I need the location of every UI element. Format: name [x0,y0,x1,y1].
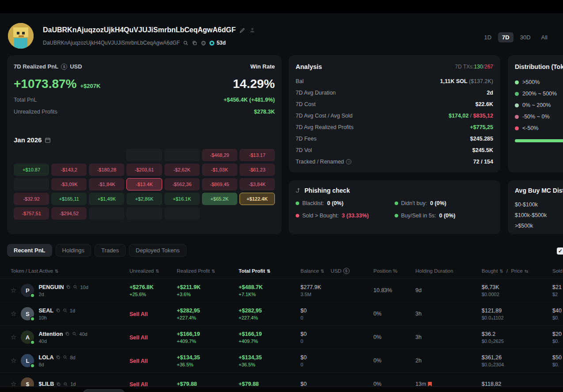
calendar-day[interactable] [126,207,162,220]
unrealized-cell: Sell All [129,333,177,341]
usd-coin-icon[interactable]: $ [343,268,350,274]
sort-icon: ⇅ [267,269,270,274]
phishing-value: 0 (0%) [327,200,343,206]
col-balance[interactable]: Balance⇅ USD$ [301,268,373,274]
calendar-day[interactable]: +$10.87 [14,164,49,176]
token-icon[interactable]: A [21,331,34,344]
tab-trades[interactable]: Trades [95,244,126,257]
calendar-day[interactable]: -$13.17 [240,149,275,161]
calendar-day[interactable]: +$16.1K [164,193,200,205]
calendar-day[interactable]: -$2,62K [164,164,200,176]
calendar-day[interactable] [164,207,200,220]
copy-icon[interactable] [56,355,61,360]
table-row[interactable]: ☆AAttention40d40dSell All+$166,19+409.7%… [0,325,563,349]
search-icon[interactable] [63,382,68,387]
time-tab-7d[interactable]: 7D [498,32,514,42]
star-icon[interactable]: ☆ [11,333,16,341]
avatar[interactable] [8,23,34,49]
copy-icon[interactable] [56,382,61,387]
token-icon[interactable]: P [21,284,34,297]
watchlist-button[interactable]: ▲Watchlist [83,389,125,392]
copy-icon[interactable] [65,331,70,336]
star-icon[interactable]: ☆ [11,310,16,318]
balance-cell: $00 [301,354,373,367]
calendar-day[interactable]: -$61.23 [240,164,275,176]
calendar-day[interactable]: -$757,51 [14,207,49,220]
calendar-day[interactable] [14,178,49,190]
token-icon[interactable]: L [21,354,34,367]
calendar-day[interactable]: +$165,11 [51,193,87,205]
copy-icon[interactable] [66,285,71,289]
token-icon[interactable]: S [21,307,34,320]
unrealized-cell: +$276.8K+25.6% [129,284,177,297]
token-name[interactable]: LOLA [38,354,53,361]
col-bought[interactable]: Bought⇅ / Price⇆ [482,268,552,274]
table-row[interactable]: ☆SSEAL1d10hSell All+$282,95+227.4%+$282,… [0,302,563,325]
token-name[interactable]: Attention [38,331,63,337]
calendar-day[interactable] [89,207,124,220]
tab-deployed-tokens[interactable]: Deployed Tokens [129,244,186,257]
analysis-row: 7D Avg Cost / Avg Sold$174,02 / $835,12 [296,110,493,122]
col-unrealized[interactable]: Unrealized⇅ [129,268,177,274]
calendar-day[interactable]: -$3,09K [51,178,87,190]
token-name[interactable]: PENGUIN [38,284,64,290]
calendar-day[interactable]: -$203,61 [126,164,162,176]
phishing-label: Sold > Bought: [302,213,339,219]
col-sold[interactable]: Sold⇅ [552,268,563,274]
search-icon[interactable] [72,331,77,336]
search-icon[interactable] [183,40,189,46]
token-name-row: PENGUIN10d [38,284,88,290]
col-position[interactable]: Position % [373,268,415,274]
time-tab-30d[interactable]: 30D [516,32,535,42]
star-icon[interactable]: ☆ [11,357,16,365]
distribution-item: 0% ~ 200% [515,99,563,111]
calendar-day[interactable]: -$143,2 [51,164,87,176]
time-tab-1d[interactable]: 1D [480,32,495,42]
search-icon[interactable] [63,308,68,313]
time-tab-all[interactable]: All [537,32,552,42]
analysis-row: 7D Fees$245.285 [296,133,493,145]
calendar-day[interactable]: -$1,84K [89,178,124,190]
calendar-day[interactable]: -$869,45 [202,178,237,190]
calendar-day[interactable]: +$2,86K [126,193,162,205]
calendar-day[interactable]: +$122.4K [240,193,275,205]
star-icon[interactable]: ☆ [11,286,16,294]
tab-recent-pnl[interactable]: Recent PnL [7,244,52,257]
calendar-day[interactable]: -$13.4K [126,178,162,190]
copy-icon[interactable] [192,40,198,46]
calendar-day[interactable]: +$1,49K [89,193,124,205]
search-icon[interactable] [73,285,78,289]
search-icon[interactable] [63,355,68,360]
globe-icon[interactable] [201,40,206,46]
calendar-day[interactable]: -$180,28 [89,164,124,176]
calendar-day[interactable] [164,149,200,161]
calendar-day[interactable] [126,149,162,161]
table-row[interactable]: ☆PPENGUIN10d2d+$276.8K+25.6%+$211.9K+3.6… [0,278,563,302]
calendar-day[interactable]: -$294,52 [51,207,87,220]
col-realized[interactable]: Realized Profit⇅ [177,268,239,274]
currency-toggle-icon[interactable]: $ [61,64,67,70]
edit-icon[interactable] [240,27,245,33]
col-holding[interactable]: Holding Duration [415,268,482,274]
status-dot [296,214,299,217]
sell-all-button[interactable]: Sell All [129,358,148,364]
table-row[interactable]: ☆LLOLA8d8dSell All+$134,35+36.5%+$134,35… [0,349,563,372]
sell-all-button[interactable]: Sell All [129,311,148,317]
calendar-day[interactable]: -$562,36 [164,178,200,190]
sell-all-button[interactable]: Sell All [129,335,148,341]
calendar-icon[interactable] [45,137,51,143]
col-total-profit[interactable]: Total Profit⇅ [239,268,301,274]
col-token[interactable]: Token / Last Active⇅ [11,268,129,274]
tab-holdings[interactable]: Holdings [56,244,91,257]
token-name[interactable]: SEAL [38,308,53,314]
profile-person-icon[interactable] [249,27,255,33]
analysis-label: 7D Avg Cost / Avg Sold [296,113,353,119]
filter-checkbox[interactable]: ✓ [557,247,563,255]
calendar-day[interactable]: +$65.2K [202,193,237,205]
calendar-day[interactable]: -$468,29 [202,149,237,161]
calendar-day[interactable]: -$1,03K [202,164,237,176]
calendar-day[interactable]: -$32.92 [14,193,49,205]
copy-icon[interactable] [56,308,61,313]
calendar-day[interactable]: -$3,84K [240,178,275,190]
info-icon[interactable]: ? [346,159,351,164]
